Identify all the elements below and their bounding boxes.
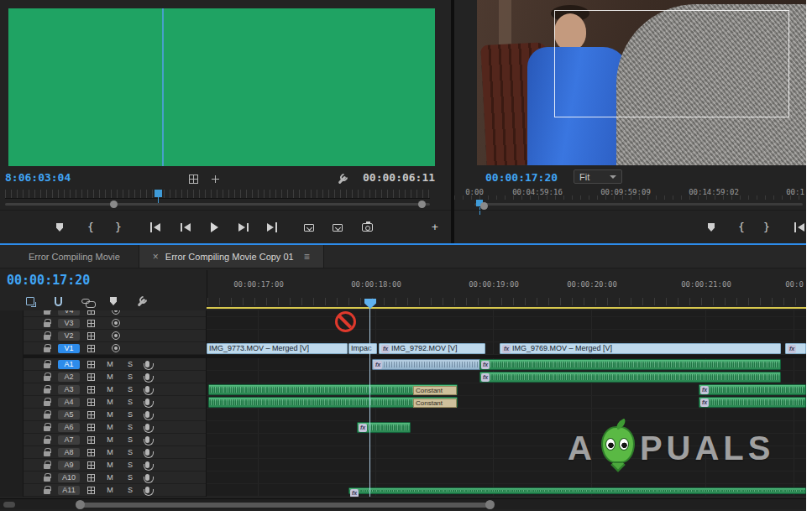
clip-a3-9[interactable]: fx xyxy=(699,384,806,395)
nest-toggle-icon[interactable] xyxy=(24,294,37,308)
source-assign-icon[interactable] xyxy=(87,386,95,393)
horizontal-scrollbar[interactable] xyxy=(0,498,806,509)
step-back-button[interactable] xyxy=(178,220,193,235)
clip-a1-6[interactable]: fx xyxy=(479,359,781,370)
add-marker-button[interactable] xyxy=(704,220,719,235)
linked-selection-icon[interactable] xyxy=(79,294,92,308)
track-chip-a1[interactable]: A1 xyxy=(58,360,80,369)
lock-icon[interactable] xyxy=(44,322,50,327)
track-chip-a3[interactable]: A3 xyxy=(58,385,80,394)
solo-button[interactable]: S xyxy=(125,473,135,482)
zoom-handle-left[interactable] xyxy=(110,201,118,208)
mark-out-button[interactable]: } xyxy=(759,220,774,235)
voiceover-record-icon[interactable] xyxy=(145,373,149,380)
close-tab-icon[interactable]: × xyxy=(153,251,159,263)
track-chip-a8[interactable]: A8 xyxy=(58,448,80,457)
lock-icon[interactable] xyxy=(44,451,50,456)
voiceover-record-icon[interactable] xyxy=(145,487,149,493)
clip-a4-11[interactable]: fx xyxy=(699,397,806,408)
go-to-out-button[interactable] xyxy=(265,220,280,235)
clip-v1-1[interactable]: Impac xyxy=(348,343,377,354)
source-assign-icon[interactable] xyxy=(87,474,95,482)
track-chip-v1[interactable]: V1 xyxy=(58,344,80,353)
source-assign-icon[interactable] xyxy=(87,487,95,494)
source-assign-icon[interactable] xyxy=(87,310,95,315)
source-assign-icon[interactable] xyxy=(87,332,95,340)
timeline-settings-icon[interactable] xyxy=(134,294,148,308)
clip-a2-7[interactable]: fx xyxy=(479,372,781,383)
timeline-ruler[interactable]: 00:00:17:0000:00:18:0000:00:19:0000:00:2… xyxy=(207,270,806,307)
mute-button[interactable]: M xyxy=(105,435,115,444)
lock-icon[interactable] xyxy=(44,439,50,444)
mute-button[interactable]: M xyxy=(105,448,115,456)
mute-button[interactable]: M xyxy=(105,423,115,431)
track-lane-a9[interactable] xyxy=(207,459,806,472)
toggle-track-output-icon[interactable] xyxy=(112,331,120,340)
clip-v1-3[interactable]: fxIMG_9769.MOV – Merged [V] xyxy=(500,343,781,354)
clip-a4-10[interactable]: Constant xyxy=(208,397,458,408)
clip-a3-8[interactable]: Constant xyxy=(208,384,458,395)
snap-icon[interactable] xyxy=(51,294,65,308)
source-assign-icon[interactable] xyxy=(87,449,95,456)
solo-button[interactable]: S xyxy=(125,373,135,381)
source-assign-icon[interactable] xyxy=(87,320,95,327)
source-assign-icon[interactable] xyxy=(87,361,95,368)
go-to-in-button[interactable] xyxy=(792,220,806,235)
mark-out-button[interactable]: } xyxy=(111,220,126,235)
playback-resolution-icon[interactable] xyxy=(186,172,200,185)
lock-icon[interactable] xyxy=(44,401,50,406)
track-lane-v3[interactable] xyxy=(207,317,806,330)
clip-v1-0[interactable]: IMG_9773.MOV – Merged [V] xyxy=(207,343,348,354)
insert-button[interactable] xyxy=(301,220,317,235)
track-chip-a9[interactable]: A9 xyxy=(58,461,80,470)
track-chip-a2[interactable]: A2 xyxy=(58,373,80,382)
toggle-track-output-icon[interactable] xyxy=(112,310,120,315)
mark-in-button[interactable]: { xyxy=(734,220,749,235)
mute-button[interactable]: M xyxy=(105,385,115,393)
lock-icon[interactable] xyxy=(44,363,50,368)
solo-button[interactable]: S xyxy=(125,486,135,494)
voiceover-record-icon[interactable] xyxy=(145,411,149,418)
voiceover-record-icon[interactable] xyxy=(145,361,149,367)
settings-wrench-icon[interactable] xyxy=(335,172,348,185)
solo-button[interactable]: S xyxy=(125,461,135,469)
solo-button[interactable]: S xyxy=(125,385,135,393)
source-assign-icon[interactable] xyxy=(87,373,95,381)
mute-button[interactable]: M xyxy=(105,360,115,368)
scrollbar-knob-right[interactable] xyxy=(485,500,495,509)
lock-icon[interactable] xyxy=(44,464,50,469)
program-scrubber[interactable] xyxy=(454,200,806,210)
track-lane-a8[interactable] xyxy=(207,446,806,459)
toggle-track-output-icon[interactable] xyxy=(112,319,120,327)
track-lane-v2[interactable] xyxy=(207,330,806,342)
add-marker-button[interactable] xyxy=(52,220,67,235)
track-content-area[interactable]: IMG_9773.MOV – Merged [V]ImpacfxIMG_9792… xyxy=(207,310,806,497)
track-chip-v4[interactable]: V4 xyxy=(58,310,80,315)
source-assign-icon[interactable] xyxy=(87,345,95,352)
clip-v1-4[interactable]: fx xyxy=(785,343,806,354)
track-chip-a10[interactable]: A10 xyxy=(58,473,80,482)
scrollbar-knob-left[interactable] xyxy=(76,500,85,509)
button-editor-button[interactable]: + xyxy=(427,220,443,235)
voiceover-record-icon[interactable] xyxy=(145,474,149,481)
track-chip-a4[interactable]: A4 xyxy=(58,398,80,407)
lock-icon[interactable] xyxy=(44,376,50,381)
source-assign-icon[interactable] xyxy=(87,461,95,469)
track-lane-a6[interactable] xyxy=(207,421,806,434)
source-scrubber[interactable] xyxy=(5,190,430,199)
solo-button[interactable]: S xyxy=(125,398,135,406)
track-chip-v2[interactable]: V2 xyxy=(58,331,80,341)
voiceover-record-icon[interactable] xyxy=(145,461,149,468)
solo-button[interactable]: S xyxy=(125,435,135,444)
tab-error-compiling-movie[interactable]: Error Compiling Movie xyxy=(15,245,134,268)
mark-in-button[interactable]: { xyxy=(83,220,98,235)
source-assign-icon[interactable] xyxy=(87,436,95,444)
voiceover-record-icon[interactable] xyxy=(145,399,149,405)
lock-icon[interactable] xyxy=(44,347,50,352)
source-assign-icon[interactable] xyxy=(87,411,95,419)
voiceover-record-icon[interactable] xyxy=(145,386,149,393)
mute-button[interactable]: M xyxy=(105,461,115,469)
lock-icon[interactable] xyxy=(44,477,50,482)
track-lane-v4[interactable] xyxy=(207,310,806,317)
mute-button[interactable]: M xyxy=(105,398,115,406)
